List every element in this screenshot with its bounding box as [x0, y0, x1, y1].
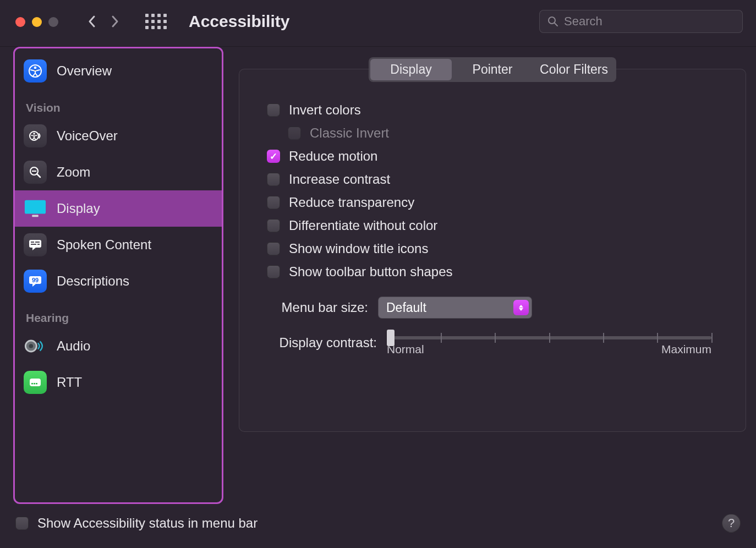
tab-color-filters[interactable]: Color Filters	[533, 59, 615, 80]
spoken-content-icon	[24, 233, 47, 256]
rtt-icon	[24, 371, 47, 394]
display-icon	[24, 197, 47, 220]
checkbox-row-invert-colors: Invert colors	[256, 98, 729, 122]
titlebar: Accessibility Search	[0, 0, 756, 47]
svg-point-5	[33, 133, 35, 134]
back-button[interactable]	[84, 13, 100, 30]
checkbox-row-reduce-motion: Reduce motion	[256, 145, 729, 168]
checkbox-title-icons[interactable]	[267, 242, 280, 255]
minimize-window-button[interactable]	[32, 17, 42, 27]
sidebar-item-label: RTT	[57, 375, 82, 390]
zoom-window-button[interactable]	[48, 17, 58, 27]
checkbox-label: Increase contrast	[289, 172, 390, 187]
audio-icon	[24, 335, 47, 358]
window-controls	[15, 17, 58, 27]
show-all-prefs-button[interactable]	[145, 14, 167, 29]
window-title: Accessibility	[189, 12, 289, 31]
menubar-size-label: Menu bar size:	[267, 300, 368, 315]
menubar-size-select[interactable]: Default	[378, 297, 532, 319]
svg-rect-15	[37, 244, 40, 245]
close-window-button[interactable]	[15, 17, 25, 27]
select-stepper-icon	[513, 300, 529, 315]
menubar-size-value: Default	[386, 300, 426, 315]
svg-rect-22	[31, 383, 33, 385]
checkbox-toolbar-shapes[interactable]	[267, 265, 280, 278]
sidebar: Overview Vision VoiceOver Zoom Display	[13, 47, 223, 504]
checkbox-row-diff-without-color: Differentiate without color	[256, 214, 729, 237]
checkbox-label: Show window title icons	[289, 241, 428, 256]
checkbox-diff-without-color[interactable]	[267, 219, 280, 232]
checkbox-row-reduce-transparency: Reduce transparency	[256, 191, 729, 214]
search-field[interactable]: Search	[539, 10, 743, 33]
checkbox-label: Reduce transparency	[289, 195, 414, 210]
display-contrast-slider[interactable]	[387, 336, 711, 339]
descriptions-icon: 99	[24, 270, 47, 293]
sidebar-item-voiceover[interactable]: VoiceOver	[15, 118, 222, 154]
checkbox-classic-invert	[288, 127, 301, 140]
display-contrast-label: Display contrast:	[267, 335, 377, 350]
checkbox-reduce-motion[interactable]	[267, 150, 280, 163]
sidebar-item-label: Overview	[57, 63, 112, 79]
checkbox-label: Show toolbar button shapes	[289, 264, 453, 280]
menubar-size-row: Menu bar size: Default	[256, 297, 729, 319]
sidebar-item-display[interactable]: Display	[15, 190, 222, 227]
tab-display[interactable]: Display	[370, 59, 452, 80]
checkbox-row-toolbar-shapes: Show toolbar button shapes	[256, 260, 729, 283]
checkbox-label: Reduce motion	[289, 149, 377, 164]
footer-label: Show Accessibility status in menu bar	[37, 516, 258, 531]
sidebar-item-label: Display	[57, 201, 100, 216]
svg-rect-12	[31, 242, 34, 243]
sidebar-item-label: Descriptions	[57, 273, 129, 289]
svg-line-1	[555, 23, 557, 26]
tab-pointer[interactable]: Pointer	[452, 59, 533, 80]
svg-rect-14	[31, 244, 36, 245]
checkbox-row-classic-invert: Classic Invert	[256, 122, 729, 145]
voiceover-icon	[24, 124, 47, 147]
sidebar-item-zoom[interactable]: Zoom	[15, 154, 222, 190]
svg-text:99: 99	[32, 277, 39, 283]
checkbox-label: Classic Invert	[310, 125, 389, 141]
display-panel: Display Pointer Color Filters Invert col…	[239, 69, 746, 432]
help-button[interactable]: ?	[722, 514, 741, 533]
sidebar-item-rtt[interactable]: RTT	[15, 364, 222, 394]
svg-rect-9	[25, 200, 46, 214]
sidebar-section-vision: Vision	[15, 89, 222, 118]
checkbox-reduce-transparency[interactable]	[267, 196, 280, 209]
checkbox-invert-colors[interactable]	[267, 103, 280, 117]
sidebar-item-label: Audio	[57, 338, 90, 354]
forward-button[interactable]	[107, 13, 123, 30]
main-content: Display Pointer Color Filters Invert col…	[223, 47, 746, 504]
search-placeholder: Search	[564, 14, 602, 29]
checkbox-row-title-icons: Show window title icons	[256, 237, 729, 260]
sidebar-item-audio[interactable]: Audio	[15, 328, 222, 364]
slider-max-label: Maximum	[661, 343, 711, 356]
svg-rect-24	[36, 383, 37, 385]
display-tabs: Display Pointer Color Filters	[369, 57, 616, 82]
svg-rect-23	[34, 383, 35, 385]
search-icon	[547, 16, 558, 27]
sidebar-section-hearing: Hearing	[15, 299, 222, 328]
slider-thumb[interactable]	[387, 330, 395, 346]
checkbox-label: Differentiate without color	[289, 218, 437, 233]
sidebar-item-descriptions[interactable]: 99 Descriptions	[15, 263, 222, 299]
svg-rect-13	[35, 242, 40, 243]
svg-point-0	[549, 17, 555, 24]
checkbox-accessibility-status[interactable]	[15, 517, 29, 530]
sidebar-item-label: VoiceOver	[57, 128, 118, 144]
checkbox-row-increase-contrast: Increase contrast	[256, 168, 729, 191]
checkbox-label: Invert colors	[289, 102, 361, 118]
svg-point-3	[34, 67, 37, 69]
svg-rect-10	[32, 215, 38, 217]
zoom-icon	[24, 161, 47, 184]
footer: Show Accessibility status in menu bar ?	[0, 504, 756, 533]
sidebar-item-label: Zoom	[57, 165, 90, 180]
svg-line-7	[37, 174, 40, 177]
svg-rect-21	[30, 379, 41, 386]
checkbox-increase-contrast[interactable]	[267, 173, 280, 186]
sidebar-item-label: Spoken Content	[57, 237, 151, 253]
accessibility-icon	[24, 59, 47, 83]
sidebar-item-spoken-content[interactable]: Spoken Content	[15, 227, 222, 263]
svg-point-20	[29, 344, 34, 348]
display-contrast-row: Display contrast: Normal Maxim	[256, 330, 729, 356]
sidebar-item-overview[interactable]: Overview	[15, 53, 222, 89]
